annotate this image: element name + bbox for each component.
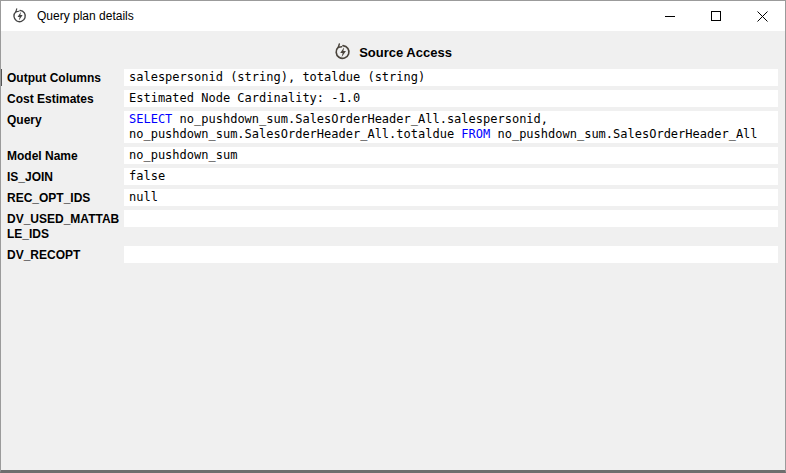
property-row: Cost EstimatesEstimated Node Cardinality… [1,90,785,107]
property-label: Query [1,111,124,128]
property-value[interactable]: false [124,168,778,185]
property-row: Model Nameno_pushdown_sum [1,147,785,164]
minimize-icon [647,1,693,31]
property-label: DV_RECOPT [1,246,124,263]
property-value[interactable]: Estimated Node Cardinality: -1.0 [124,90,778,107]
property-value[interactable]: no_pushdown_sum [124,147,778,164]
minimize-button[interactable] [647,1,693,31]
property-label: DV_USED_MATTABLE_IDS [1,210,124,242]
titlebar[interactable]: Query plan details [1,1,785,31]
dialog-content: Source Access Output Columnssalespersoni… [1,31,785,263]
property-value[interactable] [124,210,778,227]
property-value[interactable]: null [124,189,778,206]
close-button[interactable] [739,1,785,31]
property-label: REC_OPT_IDS [1,189,124,206]
property-row: Output Columnssalespersonid (string), to… [1,69,785,86]
property-value[interactable]: SELECT no_pushdown_sum.SalesOrderHeader_… [124,111,778,143]
maximize-button[interactable] [693,1,739,31]
property-label: IS_JOIN [1,168,124,185]
window-title: Query plan details [37,9,134,23]
property-value[interactable] [124,246,778,263]
window-controls [647,1,785,31]
property-row: QuerySELECT no_pushdown_sum.SalesOrderHe… [1,111,785,143]
property-row: REC_OPT_IDSnull [1,189,785,206]
properties-table: Output Columnssalespersonid (string), to… [1,69,785,263]
property-row: DV_RECOPT [1,246,785,263]
property-row: DV_USED_MATTABLE_IDS [1,210,785,242]
close-icon [739,1,785,31]
property-value[interactable]: salespersonid (string), totaldue (string… [124,69,778,86]
query-plan-details-window: Query plan details [0,0,786,473]
maximize-icon [693,1,739,31]
sql-keyword: FROM [461,127,490,141]
property-label: Cost Estimates [1,90,124,107]
section-header: Source Access [1,41,785,63]
sql-keyword: SELECT [129,112,172,126]
section-title: Source Access [359,45,452,60]
property-label: Model Name [1,147,124,164]
query-plan-window-icon [12,8,28,24]
sql-text: no_pushdown_sum.SalesOrderHeader_All [490,127,757,141]
property-label: Output Columns [1,69,124,86]
property-row: IS_JOINfalse [1,168,785,185]
source-access-icon [334,43,352,61]
